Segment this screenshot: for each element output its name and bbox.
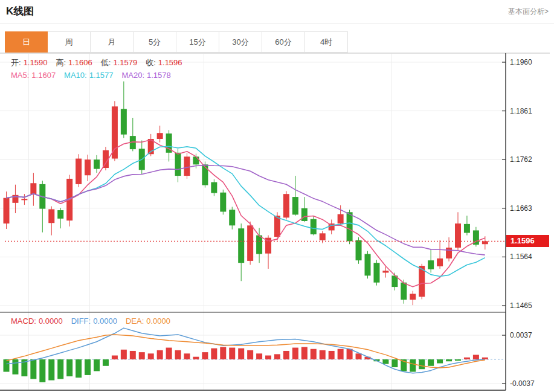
legend-value: 1.1596 bbox=[158, 58, 182, 67]
candle-body bbox=[283, 194, 289, 217]
macd-bar bbox=[347, 349, 353, 359]
price-axis-label: 1.1960 bbox=[510, 58, 532, 66]
candle-body bbox=[184, 156, 190, 176]
candle-body bbox=[229, 210, 235, 225]
candle-body bbox=[320, 233, 326, 240]
ohlc-legend: 开:1.1590高:1.1606低:1.1579收:1.1596 bbox=[11, 57, 191, 68]
candle-body bbox=[220, 193, 226, 212]
candle-body bbox=[347, 212, 353, 241]
legend-value: 1.1606 bbox=[68, 58, 92, 67]
macd-bar bbox=[30, 359, 36, 379]
candle-body bbox=[193, 156, 199, 164]
macd-bar bbox=[419, 359, 425, 369]
tab-30分[interactable]: 30分 bbox=[219, 31, 262, 53]
candle-body bbox=[482, 241, 488, 244]
candle-body bbox=[76, 159, 82, 184]
macd-bar bbox=[391, 359, 398, 367]
candle-body bbox=[30, 183, 36, 194]
macd-bar bbox=[57, 359, 63, 379]
legend-label: DEA: bbox=[126, 316, 144, 326]
legend-label: DIFF: bbox=[71, 316, 91, 326]
candle-body bbox=[4, 198, 10, 223]
tab-月[interactable]: 月 bbox=[91, 31, 134, 53]
candle-body bbox=[428, 260, 434, 269]
legend-label: 高: bbox=[56, 58, 66, 67]
ma-legend: MA5:1.1607MA10:1.1577MA20:1.1578 bbox=[11, 71, 179, 80]
candle-body bbox=[57, 210, 63, 219]
macd-bar bbox=[356, 353, 362, 359]
macd-bar bbox=[265, 356, 271, 359]
macd-bar bbox=[428, 359, 434, 366]
macd-bar bbox=[229, 348, 235, 359]
macd-bar bbox=[311, 349, 317, 359]
macd-bar bbox=[437, 359, 443, 363]
macd-bar bbox=[211, 349, 217, 359]
candle-body bbox=[238, 228, 244, 263]
macd-bar bbox=[66, 359, 72, 376]
candle-body bbox=[446, 248, 452, 259]
candle-body bbox=[85, 159, 91, 175]
tab-60分[interactable]: 60分 bbox=[262, 31, 305, 53]
macd-bar bbox=[4, 359, 10, 372]
tab-15分[interactable]: 15分 bbox=[176, 31, 219, 53]
legend-label: MA10: bbox=[64, 71, 87, 80]
page-title: K线图 bbox=[6, 4, 34, 18]
candle-body bbox=[121, 109, 127, 134]
legend-value: 1.1577 bbox=[89, 71, 114, 80]
macd-bar bbox=[238, 349, 244, 359]
kline-chart-canvas[interactable] bbox=[0, 53, 550, 392]
macd-bar bbox=[256, 353, 262, 359]
candle-body bbox=[94, 159, 100, 169]
macd-bar bbox=[274, 354, 280, 359]
macd-bar bbox=[39, 359, 45, 382]
macd-bar bbox=[112, 356, 118, 359]
last-price-badge: 1.1596 bbox=[506, 235, 549, 247]
macd-bar bbox=[12, 359, 18, 374]
macd-bar bbox=[130, 351, 136, 359]
macd-bar bbox=[410, 359, 416, 372]
macd-bar bbox=[338, 349, 344, 359]
price-axis-label: 1.1465 bbox=[510, 301, 532, 310]
legend-label: 收: bbox=[146, 58, 156, 67]
macd-bar bbox=[382, 359, 388, 364]
candle-body bbox=[338, 214, 344, 223]
candle-body bbox=[437, 259, 443, 266]
macd-bar bbox=[121, 350, 127, 359]
candle-body bbox=[311, 219, 317, 234]
macd-bar bbox=[175, 350, 181, 359]
candle-body bbox=[455, 223, 461, 248]
candle-body bbox=[301, 208, 308, 221]
legend-value: 0.0000 bbox=[93, 316, 117, 326]
kline-widget: K线图 基本面分析> 日周月5分15分30分60分4时 开:1.1590高:1.… bbox=[0, 0, 554, 392]
tab-5分[interactable]: 5分 bbox=[134, 31, 176, 53]
candle-body bbox=[365, 254, 371, 276]
candle-body bbox=[401, 283, 407, 300]
candle-body bbox=[247, 225, 253, 261]
legend-value: 1.1579 bbox=[113, 58, 137, 67]
legend-value: 0.0000 bbox=[39, 316, 63, 326]
macd-bar bbox=[247, 350, 253, 359]
legend-label: MA5: bbox=[11, 71, 29, 80]
macd-bar bbox=[184, 353, 190, 359]
macd-bar bbox=[166, 348, 172, 359]
candle-body bbox=[382, 271, 388, 272]
candle-body bbox=[292, 197, 298, 214]
fundamental-analysis-link[interactable]: 基本面分析> bbox=[508, 7, 549, 17]
macd-axis-label: -0.0037 bbox=[510, 379, 535, 388]
macd-bar bbox=[473, 355, 479, 359]
legend-value: 1.1590 bbox=[24, 58, 48, 67]
tab-4时[interactable]: 4时 bbox=[305, 31, 348, 53]
macd-bar bbox=[94, 359, 100, 371]
candle-body bbox=[112, 106, 118, 158]
candle-body bbox=[48, 209, 54, 223]
macd-bar bbox=[85, 359, 91, 375]
legend-label: 开: bbox=[11, 58, 21, 67]
price-axis-label: 1.1861 bbox=[510, 107, 532, 115]
macd-bar bbox=[446, 359, 452, 361]
macd-bar bbox=[202, 352, 208, 359]
tab-日[interactable]: 日 bbox=[5, 31, 48, 53]
price-axis-label: 1.1663 bbox=[510, 204, 532, 213]
price-axis-label: 1.1762 bbox=[510, 155, 532, 164]
macd-bar bbox=[48, 359, 54, 381]
tab-周[interactable]: 周 bbox=[48, 31, 91, 53]
